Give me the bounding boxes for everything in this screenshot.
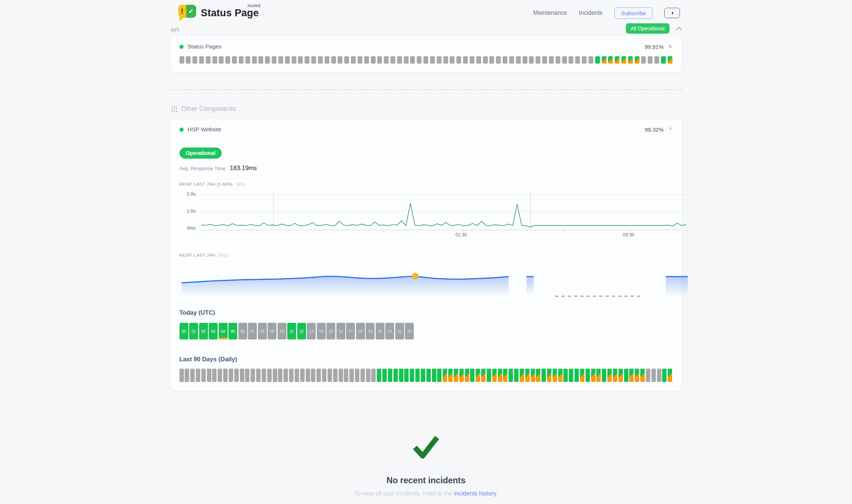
uptime-cell-degraded[interactable] [628,56,633,64]
uptime-cell-nodata[interactable] [364,56,369,64]
uptime-cell-nodata[interactable] [542,56,547,64]
uptime-cell-nodata[interactable] [651,369,656,382]
uptime-cell-operational[interactable] [661,56,666,64]
uptime-cell-nodata[interactable] [251,369,255,382]
uptime-cell-nodata[interactable] [641,56,646,64]
uptime-cell-operational[interactable] [569,369,573,382]
uptime-cell-nodata[interactable] [463,56,468,64]
uptime-cell-operational[interactable] [410,369,414,382]
uptime-cell-nodata[interactable] [300,369,305,382]
uptime-cell-operational[interactable] [574,369,579,382]
subscribe-button[interactable]: Subscribe [614,7,653,19]
uptime-cell-degraded[interactable] [558,369,563,382]
uptime-cell-nodata[interactable] [582,56,587,64]
uptime-cell-nodata[interactable] [180,369,184,382]
uptime-cell-operational[interactable] [541,369,546,382]
hour-block-00[interactable]: 00 [180,323,188,339]
uptime-cell-degraded[interactable] [520,369,524,382]
uptime-cell-nodata[interactable] [430,56,435,64]
uptime-cell-nodata[interactable] [489,56,494,64]
uptime-cell-nodata[interactable] [349,369,354,382]
hour-block-23[interactable]: 23 [405,323,414,339]
refresh-icon[interactable]: ↻ [668,44,673,50]
uptime-cell-nodata[interactable] [371,56,376,64]
uptime-cell-degraded[interactable] [580,369,584,382]
uptime-cell-nodata[interactable] [225,56,230,64]
uptime-cell-operational[interactable] [595,56,600,64]
uptime-cell-nodata[interactable] [180,56,184,64]
uptime-cell-degraded[interactable] [503,369,507,382]
uptime-cell-nodata[interactable] [207,369,211,382]
uptime-cell-degraded[interactable] [465,369,469,382]
uptime-cell-nodata[interactable] [311,369,315,382]
uptime-cell-nodata[interactable] [305,56,309,64]
uptime-cell-nodata[interactable] [443,56,448,64]
uptime-cell-degraded[interactable] [454,369,458,382]
uptime-cell-nodata[interactable] [404,56,409,64]
uptime-cell-nodata[interactable] [318,56,323,64]
uptime-cell-nodata[interactable] [575,56,580,64]
uptime-cell-degraded[interactable] [531,369,535,382]
uptime-cell-degraded[interactable] [498,369,502,382]
hour-block-20[interactable]: 20 [376,323,385,339]
uptime-cell-nodata[interactable] [292,56,296,64]
uptime-cell-degraded[interactable] [591,369,596,382]
uptime-cell-operational[interactable] [514,369,519,382]
uptime-cell-nodata[interactable] [185,369,189,382]
uptime-cell-degraded[interactable] [602,56,607,64]
uptime-cell-nodata[interactable] [568,56,573,64]
uptime-cell-degraded[interactable] [443,369,447,382]
uptime-cell-degraded[interactable] [596,369,601,382]
hour-block-21[interactable]: 21 [385,323,394,339]
uptime-cell-nodata[interactable] [265,56,270,64]
uptime-cell-operational[interactable] [586,369,590,382]
uptime-cell-nodata[interactable] [267,369,272,382]
uptime-cell-nodata[interactable] [272,56,276,64]
uptime-cell-nodata[interactable] [456,56,461,64]
uptime-cell-degraded[interactable] [492,369,497,382]
uptime-cell-nodata[interactable] [496,56,501,64]
uptime-cell-degraded[interactable] [668,56,672,64]
uptime-cell-degraded[interactable] [547,369,551,382]
uptime-cell-nodata[interactable] [240,369,244,382]
uptime-cell-operational[interactable] [388,369,392,382]
uptime-cell-nodata[interactable] [212,56,217,64]
uptime-cell-operational[interactable] [421,369,425,382]
uptime-cell-nodata[interactable] [245,369,249,382]
uptime-cell-operational[interactable] [563,369,568,382]
uptime-cell-nodata[interactable] [588,56,593,64]
uptime-cell-nodata[interactable] [410,56,415,64]
hour-block-18[interactable]: 18 [356,323,365,339]
uptime-cell-nodata[interactable] [483,56,488,64]
uptime-cell-nodata[interactable] [562,56,567,64]
uptime-cell-operational[interactable] [437,369,442,382]
uptime-cell-nodata[interactable] [311,56,316,64]
uptime-cell-nodata[interactable] [192,56,197,64]
uptime-cell-nodata[interactable] [252,56,257,64]
uptime-cell-nodata[interactable] [503,56,507,64]
uptime-cell-nodata[interactable] [358,56,362,64]
uptime-cell-nodata[interactable] [262,369,266,382]
uptime-cell-degraded[interactable] [640,369,645,382]
uptime-cell-nodata[interactable] [654,56,659,64]
uptime-cell-nodata[interactable] [278,369,282,382]
uptime-cell-operational[interactable] [377,369,381,382]
uptime-cell-nodata[interactable] [196,369,200,382]
brand[interactable]: ! ✓ Status Page hosted [178,5,259,21]
uptime-cell-nodata[interactable] [523,56,527,64]
uptime-cell-degraded[interactable] [476,369,480,382]
hour-block-02[interactable]: 02 [199,323,208,339]
uptime-cell-nodata[interactable] [377,56,382,64]
uptime-cell-nodata[interactable] [556,56,560,64]
uptime-cell-nodata[interactable] [258,56,263,64]
uptime-cell-nodata[interactable] [295,369,299,382]
uptime-cell-degraded[interactable] [668,369,672,382]
uptime-cell-nodata[interactable] [289,369,293,382]
uptime-cell-degraded[interactable] [608,56,613,64]
uptime-cell-nodata[interactable] [201,369,206,382]
uptime-cell-nodata[interactable] [206,56,211,64]
hour-block-07[interactable]: 07 [248,323,257,339]
uptime-cell-operational[interactable] [393,369,398,382]
uptime-cell-degraded[interactable] [621,56,626,64]
uptime-cell-operational[interactable] [415,369,420,382]
